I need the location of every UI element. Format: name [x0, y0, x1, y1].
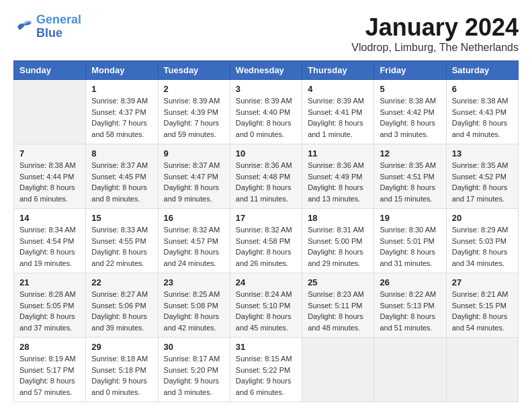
day-info: Sunrise: 8:37 AMSunset: 4:47 PMDaylight:…: [164, 160, 224, 204]
day-number: 3: [236, 84, 296, 94]
day-number: 7: [19, 148, 80, 158]
day-number: 29: [91, 342, 152, 352]
calendar-week-row: 7Sunrise: 8:38 AMSunset: 4:44 PMDaylight…: [14, 144, 519, 209]
calendar-table: Sunday Monday Tuesday Wednesday Thursday…: [13, 60, 519, 402]
day-info: Sunrise: 8:18 AMSunset: 5:18 PMDaylight:…: [91, 353, 152, 398]
header-sunday: Sunday: [14, 61, 86, 80]
day-number: 13: [452, 148, 513, 158]
day-info: Sunrise: 8:39 AMSunset: 4:39 PMDaylight:…: [164, 95, 224, 140]
day-number: 12: [380, 148, 440, 158]
header-saturday: Saturday: [446, 61, 518, 80]
logo: GeneralBlue: [13, 13, 81, 40]
day-number: 23: [164, 277, 224, 287]
day-info: Sunrise: 8:21 AMSunset: 5:15 PMDaylight:…: [452, 289, 513, 333]
day-info: Sunrise: 8:29 AMSunset: 5:03 PMDaylight:…: [452, 224, 513, 269]
calendar-week-row: 21Sunrise: 8:28 AMSunset: 5:05 PMDayligh…: [14, 273, 519, 338]
day-number: 10: [236, 148, 296, 158]
day-number: 24: [236, 277, 296, 287]
table-row: 15Sunrise: 8:33 AMSunset: 4:55 PMDayligh…: [86, 209, 158, 273]
day-number: 19: [380, 213, 440, 223]
table-row: 13Sunrise: 8:35 AMSunset: 4:52 PMDayligh…: [446, 144, 518, 209]
day-info: Sunrise: 8:19 AMSunset: 5:17 PMDaylight:…: [19, 353, 80, 398]
day-info: Sunrise: 8:24 AMSunset: 5:10 PMDaylight:…: [236, 289, 296, 333]
table-row: [302, 338, 374, 402]
day-number: 5: [380, 84, 440, 94]
day-number: 22: [91, 277, 152, 287]
table-row: 11Sunrise: 8:36 AMSunset: 4:49 PMDayligh…: [302, 144, 374, 209]
table-row: 4Sunrise: 8:39 AMSunset: 4:41 PMDaylight…: [302, 80, 374, 144]
table-row: 28Sunrise: 8:19 AMSunset: 5:17 PMDayligh…: [14, 338, 86, 402]
calendar-header-row: Sunday Monday Tuesday Wednesday Thursday…: [14, 61, 519, 80]
day-info: Sunrise: 8:38 AMSunset: 4:43 PMDaylight:…: [452, 95, 513, 140]
day-number: 2: [164, 84, 224, 94]
day-info: Sunrise: 8:23 AMSunset: 5:11 PMDaylight:…: [308, 289, 368, 333]
day-info: Sunrise: 8:25 AMSunset: 5:08 PMDaylight:…: [164, 289, 224, 333]
day-info: Sunrise: 8:31 AMSunset: 5:00 PMDaylight:…: [308, 224, 368, 269]
day-number: 31: [236, 342, 296, 352]
table-row: 29Sunrise: 8:18 AMSunset: 5:18 PMDayligh…: [86, 338, 158, 402]
calendar-week-row: 28Sunrise: 8:19 AMSunset: 5:17 PMDayligh…: [14, 338, 519, 402]
day-info: Sunrise: 8:32 AMSunset: 4:57 PMDaylight:…: [164, 224, 224, 269]
day-info: Sunrise: 8:38 AMSunset: 4:42 PMDaylight:…: [380, 95, 440, 140]
day-number: 14: [19, 213, 80, 223]
calendar-week-row: 1Sunrise: 8:39 AMSunset: 4:37 PMDaylight…: [14, 80, 519, 144]
day-number: 15: [91, 213, 152, 223]
table-row: 18Sunrise: 8:31 AMSunset: 5:00 PMDayligh…: [302, 209, 374, 273]
day-info: Sunrise: 8:34 AMSunset: 4:54 PMDaylight:…: [19, 224, 80, 269]
day-info: Sunrise: 8:22 AMSunset: 5:13 PMDaylight:…: [380, 289, 440, 333]
table-row: 7Sunrise: 8:38 AMSunset: 4:44 PMDaylight…: [14, 144, 86, 209]
day-info: Sunrise: 8:32 AMSunset: 4:58 PMDaylight:…: [236, 224, 296, 269]
day-number: 16: [164, 213, 224, 223]
logo-icon: [13, 17, 34, 37]
table-row: 19Sunrise: 8:30 AMSunset: 5:01 PMDayligh…: [374, 209, 446, 273]
day-number: 8: [91, 148, 152, 158]
table-row: 6Sunrise: 8:38 AMSunset: 4:43 PMDaylight…: [446, 80, 518, 144]
header-monday: Monday: [86, 61, 158, 80]
table-row: [446, 338, 518, 402]
day-info: Sunrise: 8:15 AMSunset: 5:22 PMDaylight:…: [236, 353, 296, 398]
day-info: Sunrise: 8:35 AMSunset: 4:51 PMDaylight:…: [380, 160, 440, 204]
day-info: Sunrise: 8:30 AMSunset: 5:01 PMDaylight:…: [380, 224, 440, 269]
table-row: 30Sunrise: 8:17 AMSunset: 5:20 PMDayligh…: [158, 338, 230, 402]
page-header: GeneralBlue January 2024 Vlodrop, Limbur…: [13, 13, 519, 54]
table-row: 3Sunrise: 8:39 AMSunset: 4:40 PMDaylight…: [230, 80, 302, 144]
table-row: 9Sunrise: 8:37 AMSunset: 4:47 PMDaylight…: [158, 144, 230, 209]
header-tuesday: Tuesday: [158, 61, 230, 80]
day-info: Sunrise: 8:37 AMSunset: 4:45 PMDaylight:…: [91, 160, 152, 204]
calendar-title: January 2024: [351, 13, 519, 42]
day-number: 9: [164, 148, 224, 158]
day-info: Sunrise: 8:36 AMSunset: 4:48 PMDaylight:…: [236, 160, 296, 204]
table-row: 20Sunrise: 8:29 AMSunset: 5:03 PMDayligh…: [446, 209, 518, 273]
table-row: 14Sunrise: 8:34 AMSunset: 4:54 PMDayligh…: [14, 209, 86, 273]
table-row: 27Sunrise: 8:21 AMSunset: 5:15 PMDayligh…: [446, 273, 518, 338]
day-number: 6: [452, 84, 513, 94]
day-info: Sunrise: 8:39 AMSunset: 4:40 PMDaylight:…: [236, 95, 296, 140]
table-row: 16Sunrise: 8:32 AMSunset: 4:57 PMDayligh…: [158, 209, 230, 273]
day-number: 20: [452, 213, 513, 223]
table-row: 21Sunrise: 8:28 AMSunset: 5:05 PMDayligh…: [14, 273, 86, 338]
day-number: 27: [452, 277, 513, 287]
day-info: Sunrise: 8:28 AMSunset: 5:05 PMDaylight:…: [19, 289, 80, 333]
day-info: Sunrise: 8:27 AMSunset: 5:06 PMDaylight:…: [91, 289, 152, 333]
day-number: 30: [164, 342, 224, 352]
table-row: 25Sunrise: 8:23 AMSunset: 5:11 PMDayligh…: [302, 273, 374, 338]
day-number: 25: [308, 277, 368, 287]
day-info: Sunrise: 8:36 AMSunset: 4:49 PMDaylight:…: [308, 160, 368, 204]
table-row: 12Sunrise: 8:35 AMSunset: 4:51 PMDayligh…: [374, 144, 446, 209]
header-thursday: Thursday: [302, 61, 374, 80]
day-info: Sunrise: 8:17 AMSunset: 5:20 PMDaylight:…: [164, 353, 224, 398]
calendar-subtitle: Vlodrop, Limburg, The Netherlands: [351, 42, 519, 54]
day-number: 18: [308, 213, 368, 223]
logo-text: GeneralBlue: [36, 13, 81, 40]
day-number: 26: [380, 277, 440, 287]
table-row: 5Sunrise: 8:38 AMSunset: 4:42 PMDaylight…: [374, 80, 446, 144]
table-row: 22Sunrise: 8:27 AMSunset: 5:06 PMDayligh…: [86, 273, 158, 338]
table-row: 17Sunrise: 8:32 AMSunset: 4:58 PMDayligh…: [230, 209, 302, 273]
day-info: Sunrise: 8:33 AMSunset: 4:55 PMDaylight:…: [91, 224, 152, 269]
table-row: 24Sunrise: 8:24 AMSunset: 5:10 PMDayligh…: [230, 273, 302, 338]
day-info: Sunrise: 8:39 AMSunset: 4:37 PMDaylight:…: [91, 95, 152, 140]
table-row: 8Sunrise: 8:37 AMSunset: 4:45 PMDaylight…: [86, 144, 158, 209]
day-number: 4: [308, 84, 368, 94]
day-number: 28: [19, 342, 80, 352]
day-info: Sunrise: 8:39 AMSunset: 4:41 PMDaylight:…: [308, 95, 368, 140]
